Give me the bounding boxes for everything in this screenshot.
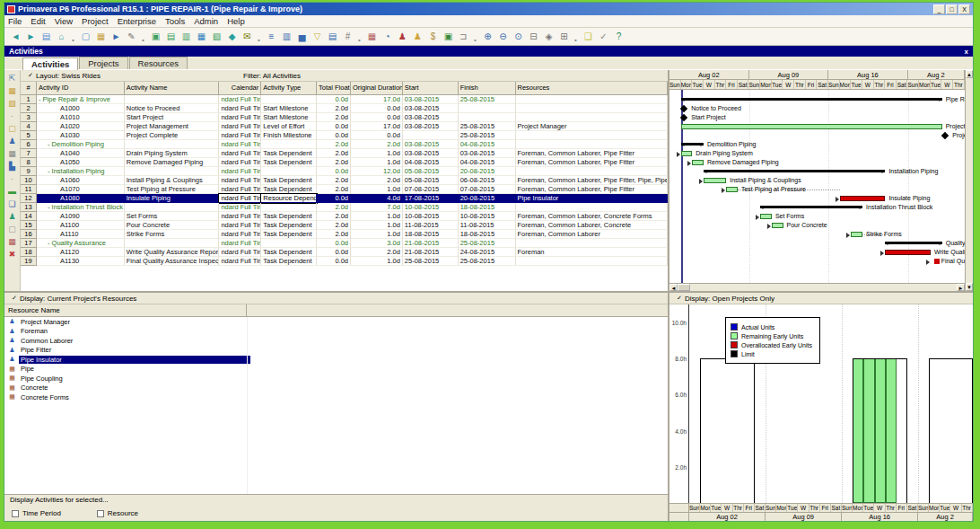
- costs-icon[interactable]: $: [426, 30, 440, 43]
- gantt-milestone[interactable]: [941, 132, 948, 139]
- tab-projects[interactable]: Projects: [79, 57, 127, 69]
- table-row-activity-13[interactable]: 13- Installation Thrust Blockndard Full …: [21, 203, 668, 212]
- layout-bar[interactable]: ✓ Layout: Swiss Rides Filter: All Activi…: [21, 70, 668, 82]
- zoom-fit-icon[interactable]: ⊙: [512, 30, 525, 43]
- code-icon[interactable]: #: [341, 30, 354, 43]
- menu-item-view[interactable]: View: [55, 16, 73, 26]
- gantt-summary-bar[interactable]: [760, 206, 862, 208]
- delete-icon[interactable]: ✖: [6, 249, 18, 260]
- gantt-task-bar[interactable]: [726, 187, 738, 192]
- resource-row-pipe-insulator[interactable]: ♟Pipe Insulator: [4, 355, 668, 365]
- resource-row-pipe-fitter[interactable]: ♟Pipe Fitter: [4, 346, 668, 356]
- filter-icon[interactable]: ▽: [311, 30, 324, 43]
- close-button[interactable]: X: [958, 4, 970, 14]
- resource-row-project-manager[interactable]: ♟Project Manager: [4, 317, 668, 327]
- minimize-button[interactable]: _: [933, 4, 945, 14]
- resource-row-foreman[interactable]: ♟Foreman: [4, 327, 668, 337]
- table-row-activity-5[interactable]: 5A1030Project Completendard Full TimeFin…: [21, 131, 668, 140]
- checkbox-time-period[interactable]: [12, 510, 19, 517]
- table-row-activity-9[interactable]: 9- Installation Pipingndard Full Time0.0…: [21, 167, 668, 176]
- menu-item-help[interactable]: Help: [227, 16, 245, 26]
- gantt-vscrollbar[interactable]: ▲ ▼: [965, 70, 973, 291]
- split-horizontal-icon[interactable]: ⊟: [527, 30, 540, 43]
- column-header-calendar[interactable]: Calendar: [219, 82, 261, 94]
- menu-item-enterprise[interactable]: Enterprise: [118, 16, 156, 26]
- scroll-left-icon[interactable]: ◄: [669, 284, 678, 291]
- gantt-chart-icon[interactable]: ≡: [265, 30, 278, 43]
- assign-resource-icon[interactable]: ♟: [6, 211, 18, 222]
- column-header-finish[interactable]: Finish: [459, 82, 516, 94]
- table-row-activity-16[interactable]: 16A1110Strike Formsndard Full TimeTask D…: [21, 230, 668, 239]
- tab-activities[interactable]: Activities: [22, 57, 78, 70]
- gantt-task-bar[interactable]: [704, 178, 726, 183]
- menu-item-tools[interactable]: Tools: [165, 16, 185, 26]
- tab-resources[interactable]: Resources: [129, 57, 188, 69]
- gantt-milestone[interactable]: [934, 259, 940, 264]
- layout-icon[interactable]: ⊞: [557, 30, 571, 43]
- gantt-task-bar[interactable]: [840, 196, 886, 201]
- link-icon[interactable]: ⊐: [457, 30, 470, 43]
- progress-icon[interactable]: ♟: [411, 30, 424, 43]
- table-row-activity-2[interactable]: 2A1000Notice to Proceedndard Full TimeSt…: [21, 104, 668, 113]
- column-header-start[interactable]: Start: [403, 82, 459, 94]
- help-icon[interactable]: ?: [612, 30, 626, 43]
- columns-icon[interactable]: ▦: [195, 30, 208, 43]
- maximize-button[interactable]: □: [946, 4, 958, 14]
- column-header-activity-type[interactable]: Activity Type: [261, 82, 317, 94]
- menu-item-file[interactable]: File: [8, 16, 22, 26]
- table-row-activity-6[interactable]: 6- Demolition Pipingndard Full Time2.0d2…: [21, 140, 668, 149]
- gantt-milestone[interactable]: [679, 114, 687, 121]
- calendar-icon[interactable]: ▦: [6, 148, 18, 159]
- column-header-original-duration[interactable]: Original Duration: [351, 82, 403, 94]
- resources-icon[interactable]: ♟: [396, 30, 409, 43]
- menu-item-edit[interactable]: Edit: [31, 16, 45, 26]
- paste-icon[interactable]: ▤: [164, 30, 178, 43]
- schedule-icon[interactable]: ▦: [365, 30, 379, 43]
- wizard-icon[interactable]: ►: [109, 30, 123, 43]
- folder-icon[interactable]: ▢: [6, 123, 18, 134]
- usage-profile-icon[interactable]: ▅: [295, 30, 309, 43]
- resource-row-common-laborer[interactable]: ♟Common Laborer: [4, 336, 668, 346]
- table-row-activity-12[interactable]: 12A1080Insulate Pipingndard Full TimeRes…: [21, 194, 668, 203]
- menu-item-project[interactable]: Project: [82, 16, 109, 26]
- menu-item-admin[interactable]: Admin: [194, 16, 218, 26]
- layout-pointer-icon[interactable]: ⇱: [6, 73, 18, 84]
- notebook-icon[interactable]: ▧: [210, 30, 223, 43]
- table-row-activity-4[interactable]: 4A1020Project Managementndard Full TimeL…: [21, 122, 668, 131]
- close-all-icon[interactable]: ▧: [6, 98, 18, 109]
- table-row-activity-14[interactable]: 14A1090Set Formsndard Full TimeTask Depe…: [21, 212, 668, 221]
- resource-icon[interactable]: ♟: [6, 136, 18, 146]
- collapse-icon[interactable]: -: [48, 239, 52, 247]
- scroll-up-icon[interactable]: ▲: [966, 70, 973, 78]
- scroll-down-icon[interactable]: ▼: [966, 283, 973, 291]
- split-vertical-icon[interactable]: ◈: [542, 30, 556, 43]
- column-header-total-float[interactable]: Total Float: [317, 82, 351, 94]
- table-row-activity-10[interactable]: 10A1060Install Piping & Couplingsndard F…: [21, 176, 668, 185]
- page-icon[interactable]: ▤: [39, 30, 53, 43]
- back-icon[interactable]: ◄: [9, 30, 22, 43]
- gantt-summary-bar[interactable]: [885, 242, 941, 244]
- collapse-icon[interactable]: -: [48, 167, 52, 175]
- table-row-activity-8[interactable]: 8A1050Remove Damaged Pipingndard Full Ti…: [21, 158, 668, 167]
- trace-logic-icon[interactable]: ◆: [225, 30, 239, 43]
- zoom-out-icon[interactable]: ⊖: [496, 30, 510, 43]
- gantt-milestone[interactable]: [679, 105, 687, 112]
- collapse-icon[interactable]: -: [48, 203, 52, 211]
- gantt-task-bar[interactable]: [772, 223, 783, 228]
- collapse-icon[interactable]: -: [48, 140, 52, 148]
- table-row-activity-1[interactable]: 1- Pipe Repair & Improvendard Full Time0…: [21, 95, 668, 104]
- table-row-activity-18[interactable]: 18A1120Write Quality Assurance Reporndar…: [21, 248, 668, 257]
- copy-rows-icon[interactable]: ❏: [6, 198, 18, 209]
- spellcheck-icon[interactable]: ✓: [597, 30, 610, 43]
- level-resources-icon[interactable]: ◔: [381, 30, 394, 43]
- resource-name-header[interactable]: Resource Name: [4, 304, 247, 316]
- table-row-activity-19[interactable]: 19A1130Final Quality Assurance Inspectio…: [21, 257, 668, 266]
- column-header-activity-id[interactable]: Activity ID: [37, 82, 125, 94]
- resource-row-pipe-coupling[interactable]: ▦Pipe Coupling: [4, 374, 668, 384]
- scroll-thumb[interactable]: [678, 284, 690, 291]
- usage-spreadsheet-icon[interactable]: ▥: [280, 30, 293, 43]
- gantt-summary-bar[interactable]: [704, 170, 885, 172]
- report-icon[interactable]: ▙: [6, 161, 18, 172]
- document-icon[interactable]: ▢: [6, 224, 18, 234]
- table-row-activity-17[interactable]: 17- Quality Assurancendard Full Time0.0d…: [21, 239, 668, 248]
